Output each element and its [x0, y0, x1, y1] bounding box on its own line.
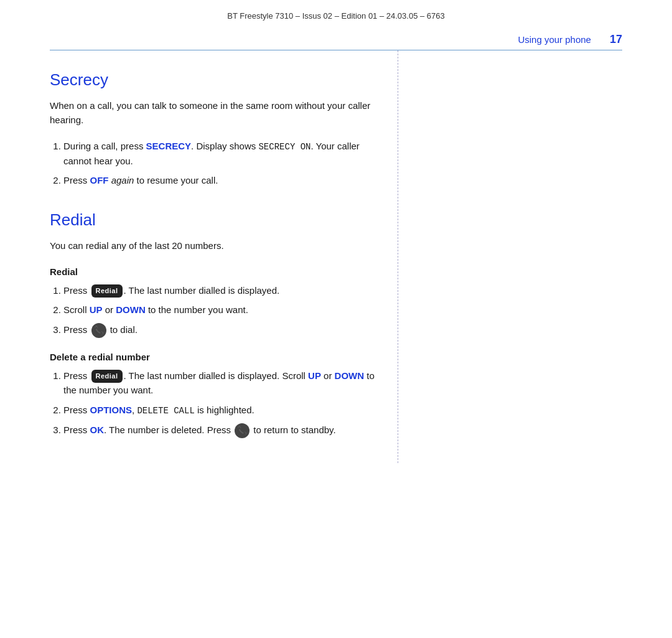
delete-step-3: Press OK. The number is deleted. Press 📞… [63, 423, 379, 438]
page-wrapper: BT Freestyle 7310 – Issus 02 – Edition 0… [0, 0, 672, 638]
redial-subheading: Redial [50, 266, 379, 277]
top-nav: Using your phone 17 [0, 27, 672, 50]
redial-button-icon-2: Redial [91, 370, 123, 383]
delete-keyword-ok: OK [90, 425, 105, 435]
secrecy-step-1: During a call, press SECRECY. Display sh… [63, 139, 379, 169]
delete-step-1: Press Redial. The last number dialled is… [63, 368, 379, 398]
secrecy-title: Secrecy [50, 70, 379, 90]
redial-keyword-down-1: DOWN [116, 304, 146, 315]
secrecy-step-2: Press OFF again to resume your call. [63, 173, 379, 187]
right-column [398, 50, 622, 463]
header-bar: BT Freestyle 7310 – Issus 02 – Edition 0… [0, 0, 672, 27]
secrecy-steps: During a call, press SECRECY. Display sh… [50, 139, 379, 188]
secrecy-keyword-secrecy: SECRECY [146, 141, 192, 151]
secrecy-intro: When on a call, you can talk to someone … [50, 98, 379, 128]
delete-redial-subheading: Delete a redial number [50, 352, 379, 362]
content-area: Secrecy When on a call, you can talk to … [0, 50, 672, 463]
nav-link-using-your-phone: Using your phone [518, 34, 591, 45]
redial-button-icon-1: Redial [91, 284, 123, 298]
call-button-icon: 📞 [91, 323, 106, 338]
page-number: 17 [610, 33, 622, 46]
secrecy-keyword-off: OFF [90, 175, 109, 185]
secrecy-again: again [111, 175, 134, 185]
delete-step-2: Press OPTIONS, DELETE CALL is highlighte… [63, 403, 379, 418]
redial-keyword-up-1: UP [90, 304, 103, 315]
delete-keyword-options: OPTIONS [90, 405, 133, 415]
redial-step-3: Press 📞 to dial. [63, 322, 379, 338]
redial-steps: Press Redial. The last number dialled is… [50, 283, 379, 338]
redial-step-1: Press Redial. The last number dialled is… [63, 283, 379, 298]
standby-button-icon: 📞 [235, 423, 250, 438]
header-title: BT Freestyle 7310 – Issus 02 – Edition 0… [227, 11, 445, 21]
delete-call-mono: DELETE CALL [137, 406, 194, 416]
redial-intro: You can redial any of the last 20 number… [50, 238, 379, 253]
left-column: Secrecy When on a call, you can talk to … [50, 50, 398, 463]
delete-keyword-up: UP [308, 370, 321, 381]
secrecy-display-text: SECRECY ON [258, 142, 310, 152]
delete-keyword-down: DOWN [335, 370, 365, 381]
redial-step-2: Scroll UP or DOWN to the number you want… [63, 303, 379, 317]
redial-title: Redial [50, 210, 379, 230]
delete-redial-steps: Press Redial. The last number dialled is… [50, 368, 379, 439]
